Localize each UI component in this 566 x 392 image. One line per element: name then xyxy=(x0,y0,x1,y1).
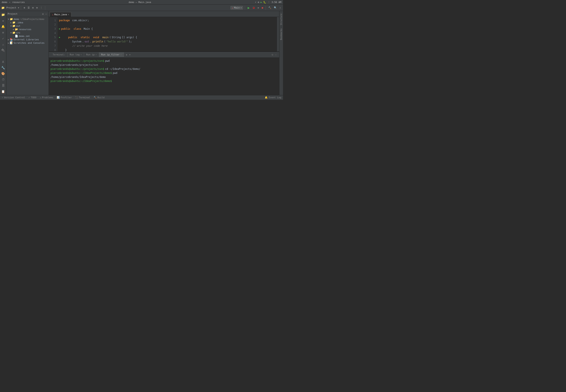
code-line-5: ▶ public static void main ( String [] ar… xyxy=(59,35,275,40)
runlog-close[interactable]: × xyxy=(81,54,82,56)
run-with-coverage-btn[interactable]: ▶ xyxy=(257,6,260,10)
dropdown-arrow: ▼ xyxy=(18,7,19,9)
bottom-tab-terminal[interactable]: Terminal: xyxy=(51,52,68,57)
bookmark-icon[interactable]: ★ xyxy=(0,18,6,23)
code-line-1: package com.obiscr; xyxy=(59,18,275,23)
status-vcs[interactable]: ⑂ Version Control xyxy=(2,96,25,99)
runip-close[interactable]: × xyxy=(96,54,97,56)
gear-btn[interactable]: ⚙ xyxy=(35,6,39,10)
line-num-2: 2 xyxy=(49,23,56,27)
run-gutter-5[interactable]: ▶ xyxy=(59,35,60,40)
add-terminal-btn[interactable]: + xyxy=(124,52,129,57)
terminal-more[interactable]: ▾ xyxy=(129,53,130,56)
line-num-1: 1 xyxy=(49,18,56,23)
terminal-settings-icon[interactable]: ⚙ xyxy=(271,53,274,56)
tree-item-demo[interactable]: ▼ 📁 demo ~/IdeaProjects/demo xyxy=(6,17,49,21)
code-line-8: } xyxy=(59,48,275,51)
tree-item-scratches[interactable]: ▶ 📝 Scratches and Consoles xyxy=(6,41,49,44)
terminal-content[interactable]: piercebrands@ubuntu:~/projects/svn$ pwd … xyxy=(49,58,279,95)
title-bar: demo › resources demo – Main.java ⚡ ⚙ ▶ … xyxy=(0,0,283,5)
debug-btn[interactable]: 🐞 xyxy=(251,6,256,10)
project-label[interactable]: Project xyxy=(5,6,17,10)
runipfilter-tab-label: Run ip_filter xyxy=(101,53,120,56)
editor-tab-main-java[interactable]: ☕ Main.java × xyxy=(50,12,71,17)
status-todo-label: TODO xyxy=(31,96,37,99)
line-num-3: 3 xyxy=(49,27,56,31)
left-icon-bar: 📁 ★ 🔔 ≡ ✓ ⚠ 🔌 A 🔧 🎨 ⏱ 🗄 📋 xyxy=(0,11,6,95)
term-line-5: /home/piercebrands/IdeaProjects/demo xyxy=(51,75,278,79)
stop-btn[interactable]: ■ xyxy=(261,6,264,10)
todo-icon[interactable]: ✓ xyxy=(0,36,6,41)
project-panel-header: Project ⚙ — xyxy=(6,11,49,17)
structure-tab[interactable]: Structure xyxy=(280,12,282,27)
tree-item-out[interactable]: ▼ 📁 out xyxy=(6,24,49,28)
status-build[interactable]: 🔨 Build xyxy=(94,96,104,99)
run-config-arrow: ▼ xyxy=(241,7,241,9)
vcs-btn[interactable]: ↕ xyxy=(279,6,282,10)
line-num-7: 7 xyxy=(49,44,56,48)
status-event-log[interactable]: 🔔 Event Log xyxy=(265,96,281,99)
problems-icon[interactable]: ⚠ xyxy=(0,42,6,47)
tree-item-src[interactable]: ▼ 📁 src xyxy=(6,31,49,34)
side-tabs: Structure Bookmarks xyxy=(279,11,283,95)
status-event-log-label: Event Log xyxy=(269,96,281,99)
collapse-btn[interactable]: ⊟ xyxy=(31,6,35,10)
palette-icon[interactable]: 🎨 xyxy=(0,71,6,76)
clock-icon[interactable]: ⏱ xyxy=(0,77,6,82)
terminal-minimize-icon[interactable]: — xyxy=(274,53,278,56)
settings-btn[interactable]: ⚙ xyxy=(23,6,26,10)
main-content: 📁 ★ 🔔 ≡ ✓ ⚠ 🔌 A 🔧 🎨 ⏱ 🗄 📋 Project ⚙ — ▼ xyxy=(0,11,283,95)
term-prompt-3: piercebrands@ubuntu:~/IdeaProjects/demo$ xyxy=(51,71,112,75)
code-editor[interactable]: 1 2 3 4 5 6 7 8 9 10 package com.obiscr; xyxy=(49,17,279,51)
tool-icon[interactable]: 🔧 xyxy=(0,65,6,70)
editor-tab-close[interactable]: × xyxy=(68,13,69,16)
tree-item-resources[interactable]: ▶ 📂 resources xyxy=(6,28,49,31)
term-command-3: pwd xyxy=(113,71,117,75)
status-profiler[interactable]: 📊 Profiler xyxy=(57,96,72,99)
run-btn[interactable]: ▶ xyxy=(247,5,251,10)
settings-icon[interactable]: ⚙ xyxy=(258,1,259,4)
run-gutter-3[interactable]: ▶ xyxy=(59,27,60,31)
editor-tabs: ☕ Main.java × xyxy=(49,11,279,17)
run-config[interactable]: ☕ Main ▼ xyxy=(230,6,243,10)
status-terminal[interactable]: ⬛ Terminal xyxy=(75,96,90,99)
menu-demo[interactable]: demo xyxy=(2,1,7,4)
tree-label-scratches: Scratches and Consoles xyxy=(14,42,44,44)
menu-resources[interactable]: resources xyxy=(12,1,25,4)
term-prompt-2: piercebrands@ubuntu:~/projects/svn$ xyxy=(51,67,104,71)
run-icon[interactable]: ▶ xyxy=(260,1,262,4)
list-btn[interactable]: ☰ xyxy=(27,6,30,10)
bottom-tab-runipfilter[interactable]: Run ip_filter × xyxy=(99,52,124,57)
connection-icon: ⚡ xyxy=(255,1,256,4)
build-btn[interactable]: 🔨 xyxy=(268,6,272,10)
term-output-2: /home/piercebrands/IdeaProjects/demo xyxy=(51,75,106,79)
tree-item-idea[interactable]: ▶ 📁 .idea xyxy=(6,21,49,24)
status-build-label: Build xyxy=(98,96,104,99)
bottom-tab-runip[interactable]: Run ip × xyxy=(84,52,99,57)
notification-icon[interactable]: 🔔 xyxy=(0,24,6,29)
folder-icon: 📁 xyxy=(1,6,5,9)
runipfilter-close[interactable]: × xyxy=(120,54,122,56)
status-problems[interactable]: ⚠ Problems xyxy=(40,96,53,99)
project-collapse-icon[interactable]: — xyxy=(45,12,47,16)
bookmarks-tab[interactable]: Bookmarks xyxy=(280,27,282,42)
separator-2 xyxy=(45,6,45,10)
project-settings-icon[interactable]: ⚙ xyxy=(42,12,44,16)
amazon-icon[interactable]: A xyxy=(0,59,6,65)
structure-icon[interactable]: ≡ xyxy=(0,30,6,35)
tree-item-demo-iml[interactable]: ▶ 📄 demo.iml xyxy=(6,34,49,38)
list-icon[interactable]: 📋 xyxy=(0,89,6,94)
code-content[interactable]: package com.obiscr; ▶ public class Main … xyxy=(57,17,277,51)
term-line-4: piercebrands@ubuntu:~/IdeaProjects/demo$… xyxy=(51,71,278,75)
more-btn[interactable]: ⋮ xyxy=(39,6,43,10)
java-file-icon: ☕ xyxy=(52,13,54,16)
project-view-icon[interactable]: 📁 xyxy=(0,12,6,17)
status-todo[interactable]: ✓ TODO xyxy=(28,96,36,99)
toolbar-more[interactable]: ⋮ xyxy=(268,1,270,4)
tree-item-external-libraries[interactable]: ▶ 📚 External Libraries xyxy=(6,38,49,41)
plugins-icon[interactable]: 🔌 xyxy=(0,48,6,53)
database-icon[interactable]: 🗄 xyxy=(0,83,6,88)
bottom-tab-runlog[interactable]: Run log × xyxy=(68,52,84,57)
debug-icon[interactable]: 🐛 xyxy=(263,1,266,4)
search-btn[interactable]: 🔍 xyxy=(273,6,278,10)
